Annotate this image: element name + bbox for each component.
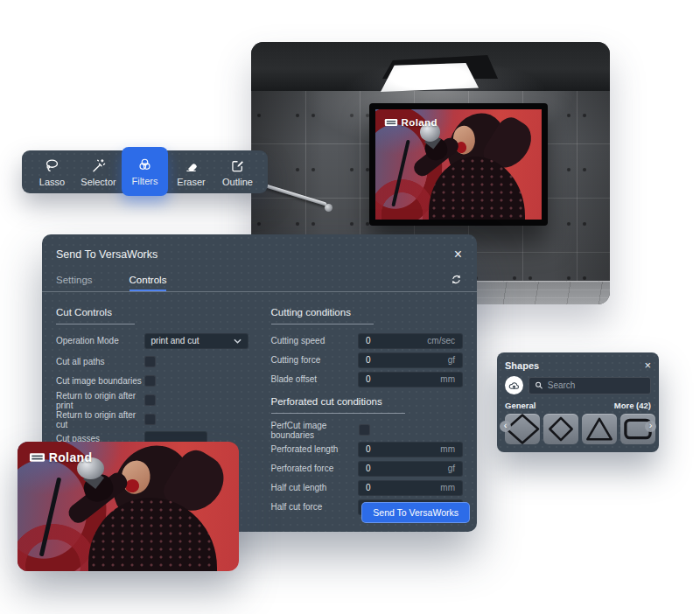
unit-label: gf	[448, 464, 455, 473]
checkbox-row: PerfCut image boundaries	[271, 422, 464, 438]
filters-icon	[136, 157, 153, 173]
carousel-left-arrow[interactable]: ‹	[500, 421, 511, 432]
shape-tile-diamond[interactable]	[543, 414, 578, 444]
canvas: Roland Lasso Selector Filters	[0, 0, 700, 614]
more-link[interactable]: More (42)	[614, 401, 651, 410]
upload-button[interactable]	[505, 376, 523, 394]
tool-label: Filters	[132, 176, 158, 186]
tab-controls[interactable]: Controls	[130, 275, 167, 291]
section-heading: Cutting conditions	[271, 307, 374, 324]
blade-offset-field[interactable]: mm	[358, 372, 463, 387]
tab-settings[interactable]: Settings	[56, 275, 93, 291]
field-label: PerfCut image boundaries	[271, 421, 360, 440]
operation-mode-row: Operation Mode print and cut	[56, 332, 248, 349]
field-label: Cutting speed	[271, 336, 359, 345]
field-label: Perforated force	[271, 464, 359, 473]
chevron-left-icon: ‹	[504, 421, 508, 430]
cutting-speed-field[interactable]: cm/sec	[358, 333, 463, 349]
magic-wand-icon	[90, 157, 107, 174]
half-cut-length-field[interactable]: mm	[358, 480, 463, 496]
value-input[interactable]	[366, 336, 404, 345]
unit-label: mm	[440, 483, 455, 492]
value-input[interactable]	[366, 355, 404, 365]
dialog-title: Send To VersaWorks	[56, 248, 158, 261]
value-input[interactable]	[366, 483, 404, 492]
perforated-length-field[interactable]: mm	[358, 442, 463, 457]
tool-selector[interactable]: Selector	[75, 153, 122, 192]
cut-image-boundaries-checkbox[interactable]	[144, 375, 156, 387]
numeric-field-row: Blade offset mm	[271, 371, 464, 387]
perfcut-image-boundaries-checkbox[interactable]	[359, 424, 370, 436]
field-label: Half cut force	[271, 502, 359, 512]
field-label: Cut image boundaries	[56, 376, 144, 386]
field-label: Return to origin after cut	[56, 410, 144, 429]
ceiling-light-panel	[381, 63, 479, 92]
roland-artwork-tv: Roland	[375, 109, 542, 220]
tool-filters[interactable]: Filters	[122, 147, 168, 196]
search-input[interactable]	[548, 380, 645, 390]
field-label: Cut all paths	[56, 357, 144, 366]
roland-artwork-card: Roland	[18, 442, 239, 571]
send-to-versaworks-button[interactable]: Send To VersaWorks	[361, 502, 470, 523]
shapes-search-row	[505, 376, 651, 394]
roland-logo-icon	[29, 452, 46, 463]
operation-mode-select[interactable]: print and cut	[144, 333, 248, 349]
tool-label: Selector	[80, 177, 116, 187]
cut-all-paths-checkbox[interactable]	[144, 356, 156, 367]
carousel-right-arrow[interactable]: ›	[645, 421, 656, 432]
numeric-field-row: Half cut length mm	[271, 479, 464, 496]
perforated-force-field[interactable]: gf	[358, 461, 463, 477]
field-label: Operation Mode	[56, 336, 144, 345]
roland-logo-icon	[384, 118, 398, 127]
return-origin-after-cut-checkbox[interactable]	[144, 414, 156, 425]
field-label: Blade offset	[271, 374, 359, 384]
wall-mounted-display: Roland	[369, 103, 548, 226]
value-input[interactable]	[366, 464, 404, 473]
shapes-search	[528, 377, 651, 394]
value-input[interactable]	[366, 444, 404, 454]
dialog-header: Send To VersaWorks ×	[42, 234, 477, 262]
roland-logo: Roland	[29, 450, 93, 464]
unit-label: cm/sec	[427, 336, 455, 345]
checkbox-row: Return to origin after cut	[56, 411, 248, 428]
return-origin-after-print-checkbox[interactable]	[144, 394, 156, 406]
shapes-header: Shapes ×	[505, 359, 651, 371]
cutting-force-field[interactable]: gf	[358, 352, 463, 368]
tool-label: Outline	[222, 177, 253, 187]
numeric-field-row: Cutting force gf	[271, 352, 464, 368]
shape-tile-triangle[interactable]	[582, 414, 617, 444]
roland-logo: Roland	[384, 117, 438, 128]
tool-eraser[interactable]: Eraser	[168, 153, 214, 192]
tool-outline[interactable]: Outline	[214, 153, 261, 192]
tool-lasso[interactable]: Lasso	[29, 153, 75, 192]
field-label: Perforated length	[271, 444, 359, 454]
outline-icon	[229, 157, 246, 174]
roland-logo-text: Roland	[402, 117, 438, 128]
section-heading: Perforated cut conditions	[271, 396, 405, 414]
roland-artwork: Roland	[18, 442, 239, 571]
close-icon[interactable]: ×	[644, 359, 651, 371]
checkbox-row: Cut all paths	[56, 353, 248, 370]
eraser-icon	[183, 157, 200, 174]
lasso-icon	[44, 157, 60, 174]
tool-label: Eraser	[177, 177, 205, 187]
refresh-icon[interactable]	[451, 273, 462, 291]
checkbox-row: Return to origin after print	[56, 392, 248, 408]
roland-logo-text: Roland	[49, 450, 93, 464]
shape-tiles	[505, 414, 651, 444]
numeric-field-row: Perforated force gf	[271, 460, 464, 477]
search-icon	[535, 380, 543, 390]
shapes-panel: Shapes × General More (42)	[497, 352, 659, 452]
checkbox-row: Cut image boundaries	[56, 373, 248, 389]
unit-label: gf	[448, 355, 455, 365]
chevron-right-icon: ›	[649, 421, 653, 430]
field-label: Return to origin after print	[56, 391, 144, 410]
unit-label: mm	[440, 444, 455, 454]
cloud-upload-icon	[508, 381, 520, 390]
value-input[interactable]	[366, 374, 404, 384]
numeric-field-row: Cutting speed cm/sec	[271, 332, 464, 349]
section-heading: Cut Controls	[56, 307, 135, 324]
handrail-mount	[325, 204, 332, 212]
close-icon[interactable]: ×	[454, 248, 462, 262]
field-label: Cutting force	[271, 355, 359, 365]
